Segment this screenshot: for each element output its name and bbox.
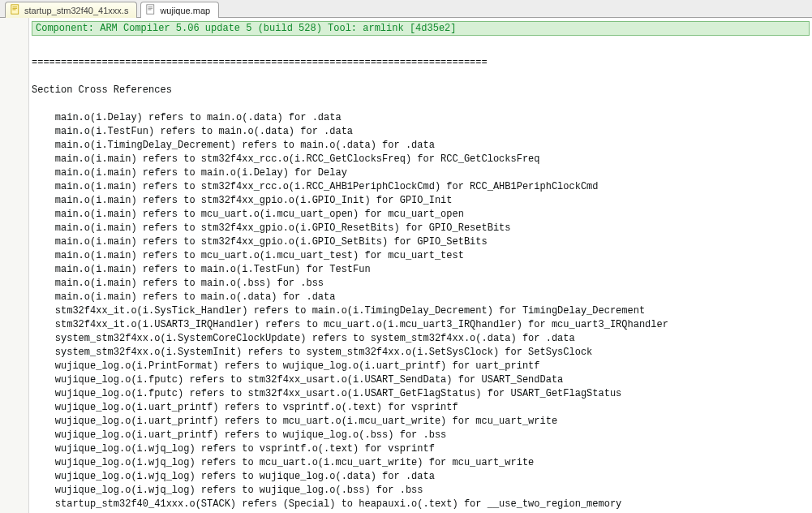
svg-rect-2: [12, 8, 17, 9]
ref-line: system_stm32f4xx.o(i.SystemCoreClockUpda…: [32, 333, 575, 344]
ref-line: main.o(i.main) refers to stm32f4xx_rcc.o…: [32, 153, 540, 165]
cross-ref-block: main.o(i.Delay) refers to main.o(.data) …: [32, 111, 812, 511]
ref-line: startup_stm32f40_41xxx.o(STACK) refers (…: [32, 498, 621, 510]
separator: ========================================…: [32, 57, 488, 68]
ref-line: wujique_log.o(i.wjq_log) refers to wujiq…: [32, 471, 435, 482]
ref-line: stm32f4xx_it.o(i.USART3_IRQHandler) refe…: [32, 319, 668, 330]
ref-line: system_stm32f4xx.o(i.SystemInit) refers …: [32, 347, 592, 358]
ref-line: main.o(i.main) refers to mcu_uart.o(i.mc…: [32, 250, 464, 261]
ref-line: wujique_log.o(i.wjq_log) refers to vspri…: [32, 443, 435, 455]
ref-line: main.o(i.Delay) refers to main.o(.data) …: [32, 112, 342, 123]
tab-label: wujique.map: [160, 6, 210, 15]
ref-line: main.o(i.main) refers to main.o(i.Delay)…: [32, 167, 347, 179]
svg-rect-1: [12, 6, 17, 7]
ref-line: wujique_log.o(i.PrintFormat) refers to w…: [32, 360, 540, 372]
ref-line: wujique_log.o(i.uart_printf) refers to w…: [32, 429, 446, 441]
ref-line: main.o(i.main) refers to main.o(i.TestFu…: [32, 264, 371, 275]
tab-label: startup_stm32f40_41xxx.s: [24, 6, 128, 15]
ref-line: main.o(i.main) refers to stm32f4xx_gpio.…: [32, 195, 452, 206]
ref-line: main.o(i.TimingDelay_Decrement) refers t…: [32, 140, 435, 151]
tab-wujique-map[interactable]: wujique.map: [140, 2, 219, 18]
ref-line: main.o(i.TestFun) refers to main.o(.data…: [32, 126, 353, 137]
svg-rect-7: [148, 10, 152, 11]
code-body: ========================================…: [29, 36, 812, 511]
ref-line: main.o(i.main) refers to mcu_uart.o(i.mc…: [32, 209, 464, 220]
ref-line: main.o(i.main) refers to stm32f4xx_gpio.…: [32, 222, 511, 234]
ref-line: stm32f4xx_it.o(i.SysTick_Handler) refers…: [32, 305, 645, 317]
ref-line: main.o(i.main) refers to main.o(.data) f…: [32, 291, 335, 303]
ref-line: wujique_log.o(i.fputc) refers to stm32f4…: [32, 374, 563, 386]
text-file-icon: [146, 4, 157, 16]
asm-file-icon: [11, 4, 21, 16]
section-title: Section Cross References: [32, 84, 172, 96]
ref-line: wujique_log.o(i.uart_printf) refers to v…: [32, 402, 458, 413]
editor: Component: ARM Compiler 5.06 update 5 (b…: [0, 18, 812, 513]
component-header: Component: ARM Compiler 5.06 update 5 (b…: [32, 21, 810, 36]
ref-line: wujique_log.o(i.wjq_log) refers to wujiq…: [32, 485, 423, 496]
svg-rect-6: [148, 8, 153, 9]
ref-line: wujique_log.o(i.wjq_log) refers to mcu_u…: [32, 457, 534, 468]
ref-line: wujique_log.o(i.uart_printf) refers to m…: [32, 416, 557, 427]
ref-line: main.o(i.main) refers to main.o(.bss) fo…: [32, 278, 324, 289]
tab-bar: startup_stm32f40_41xxx.s wujique.map: [0, 0, 812, 18]
ref-line: wujique_log.o(i.fputc) refers to stm32f4…: [32, 388, 621, 399]
svg-rect-3: [12, 10, 15, 11]
svg-rect-5: [148, 6, 153, 7]
ref-line: main.o(i.main) refers to stm32f4xx_rcc.o…: [32, 181, 599, 192]
gutter: [0, 18, 29, 513]
tab-startup-file[interactable]: startup_stm32f40_41xxx.s: [5, 2, 137, 18]
code-area[interactable]: Component: ARM Compiler 5.06 update 5 (b…: [29, 18, 812, 513]
ref-line: main.o(i.main) refers to stm32f4xx_gpio.…: [32, 236, 488, 248]
